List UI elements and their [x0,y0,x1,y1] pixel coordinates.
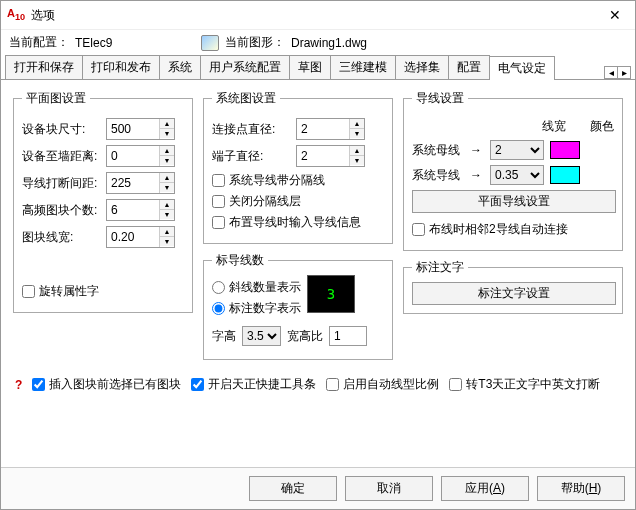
autoscale-check[interactable]: 启用自动线型比例 [326,376,439,393]
spin-up-icon[interactable]: ▲ [350,119,364,129]
break-gap-input[interactable]: ▲▼ [106,172,175,194]
current-drawing-label: 当前图形： [225,34,285,51]
apply-button[interactable]: 应用(A) [441,476,529,501]
close-layer-checkbox[interactable] [212,195,225,208]
toolbar-check[interactable]: 开启天正快捷工具条 [191,376,316,393]
tab-user-pref[interactable]: 用户系统配置 [200,55,290,79]
digit-count-radiobox[interactable] [212,302,225,315]
color-header: 颜色 [590,118,614,135]
spin-up-icon[interactable]: ▲ [160,119,174,129]
rotate-attr-checkbox[interactable] [22,285,35,298]
spin-down-icon[interactable]: ▼ [160,210,174,219]
dialog-footer: 确定 取消 应用(A) 帮助(H) [1,467,635,509]
tab-selset[interactable]: 选择集 [395,55,449,79]
wire-info-checkbox[interactable] [212,216,225,229]
auto-connect-checkbox[interactable] [412,223,425,236]
slash-count-radio[interactable]: 斜线数量表示 [212,279,301,296]
label-text-settings-button[interactable]: 标注文字设置 [412,282,616,305]
break-gap-field[interactable] [107,173,159,193]
tab-draft[interactable]: 草图 [289,55,331,79]
tab-system[interactable]: 系统 [159,55,201,79]
close-layer-label: 关闭分隔线层 [229,193,301,210]
wire-info-check[interactable]: 布置导线时输入导线信息 [212,214,384,231]
tab-scroll-left[interactable]: ◂ [605,67,617,78]
wire-sep-checkbox[interactable] [212,174,225,187]
plan-wire-settings-button[interactable]: 平面导线设置 [412,190,616,213]
t3break-label: 转T3天正文字中英文打断 [466,376,600,393]
block-size-field[interactable] [107,119,159,139]
tab-open-save[interactable]: 打开和保存 [5,55,83,79]
tab-electrical[interactable]: 电气设定 [489,56,555,80]
conn-dia-label: 连接点直径: [212,121,290,138]
busbar-lw-select[interactable]: 2 [490,140,544,160]
tab-config[interactable]: 配置 [448,55,490,79]
t3break-checkbox[interactable] [449,378,462,391]
rotate-attr-label: 旋转属性字 [39,283,99,300]
toolbar-label: 开启天正快捷工具条 [208,376,316,393]
busbar-color-swatch[interactable] [550,141,580,159]
linewidth-header: 线宽 [542,118,566,135]
syswire-lw-select[interactable]: 0.35 [490,165,544,185]
font-height-select[interactable]: 3.5 [242,326,281,346]
bottom-options: ? 插入图块前选择已有图块 开启天正快捷工具条 启用自动线型比例 转T3天正文字… [13,368,623,401]
group-system-legend: 系统图设置 [212,90,280,107]
wall-dist-label: 设备至墙距离: [22,148,100,165]
wire-count-preview: 3 [307,275,355,313]
close-layer-check[interactable]: 关闭分隔线层 [212,193,384,210]
arrow-icon: → [470,168,482,182]
spin-up-icon[interactable]: ▲ [160,146,174,156]
syswire-color-swatch[interactable] [550,166,580,184]
block-lw-field[interactable] [107,227,159,247]
close-icon[interactable]: ✕ [601,7,629,23]
block-size-input[interactable]: ▲▼ [106,118,175,140]
digit-count-radio[interactable]: 标注数字表示 [212,300,301,317]
cancel-button[interactable]: 取消 [345,476,433,501]
group-plan-legend: 平面图设置 [22,90,90,107]
spin-down-icon[interactable]: ▼ [160,156,174,165]
group-system-settings: 系统图设置 连接点直径: ▲▼ 端子直径: ▲▼ 系统导线带分隔线 关闭分隔线层… [203,90,393,244]
group-wire-count: 标导线数 斜线数量表示 标注数字表示 3 字高 3.5 宽高比 [203,252,393,360]
titlebar: A10 选项 ✕ [1,1,635,30]
hf-count-field[interactable] [107,200,159,220]
rotate-attr-check[interactable]: 旋转属性字 [22,283,184,300]
conn-dia-field[interactable] [297,119,349,139]
spin-down-icon[interactable]: ▼ [160,237,174,246]
ratio-input[interactable] [329,326,367,346]
block-size-label: 设备块尺寸: [22,121,100,138]
block-lw-input[interactable]: ▲▼ [106,226,175,248]
app-icon: A10 [7,7,25,22]
break-gap-label: 导线打断间距: [22,175,100,192]
spin-up-icon[interactable]: ▲ [160,200,174,210]
wire-sep-check[interactable]: 系统导线带分隔线 [212,172,384,189]
hf-count-input[interactable]: ▲▼ [106,199,175,221]
term-dia-field[interactable] [297,146,349,166]
t3break-check[interactable]: 转T3天正文字中英文打断 [449,376,600,393]
preselect-checkbox[interactable] [32,378,45,391]
conn-dia-input[interactable]: ▲▼ [296,118,365,140]
spin-down-icon[interactable]: ▼ [350,156,364,165]
toolbar-checkbox[interactable] [191,378,204,391]
slash-count-radiobox[interactable] [212,281,225,294]
spin-down-icon[interactable]: ▼ [350,129,364,138]
wall-dist-field[interactable] [107,146,159,166]
tab-3d[interactable]: 三维建模 [330,55,396,79]
autoscale-checkbox[interactable] [326,378,339,391]
spin-down-icon[interactable]: ▼ [160,183,174,192]
tab-scroll-right[interactable]: ▸ [617,67,630,78]
auto-connect-check[interactable]: 布线时相邻2导线自动连接 [412,221,614,238]
term-dia-input[interactable]: ▲▼ [296,145,365,167]
tab-print-publish[interactable]: 打印和发布 [82,55,160,79]
font-height-label: 字高 [212,328,236,345]
digit-count-label: 标注数字表示 [229,300,301,317]
wall-dist-input[interactable]: ▲▼ [106,145,175,167]
ratio-label: 宽高比 [287,328,323,345]
help-icon[interactable]: ? [15,378,22,392]
help-button[interactable]: 帮助(H) [537,476,625,501]
spin-down-icon[interactable]: ▼ [160,129,174,138]
ok-button[interactable]: 确定 [249,476,337,501]
spin-up-icon[interactable]: ▲ [160,173,174,183]
spin-up-icon[interactable]: ▲ [160,227,174,237]
spin-up-icon[interactable]: ▲ [350,146,364,156]
group-wire-settings: 导线设置 线宽 颜色 系统母线 → 2 系统导线 → 0.35 平面导线 [403,90,623,251]
preselect-check[interactable]: 插入图块前选择已有图块 [32,376,181,393]
